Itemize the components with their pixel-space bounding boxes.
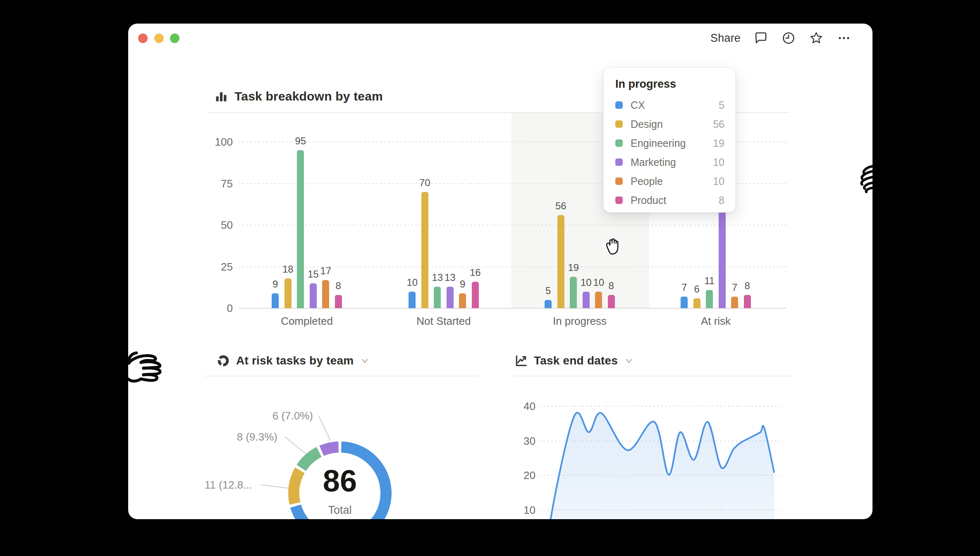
traffic-light-minimize[interactable] <box>154 34 164 43</box>
legend-swatch <box>615 120 623 128</box>
legend-swatch <box>615 197 623 204</box>
bar-value-label: 16 <box>470 267 481 278</box>
bar-design-completed[interactable] <box>284 278 292 308</box>
bar-value-label: 9 <box>272 278 278 290</box>
bar-design-not-started[interactable] <box>421 192 428 308</box>
y-tick-label: 0 <box>200 302 233 315</box>
line-chart-icon <box>514 354 528 367</box>
legend-swatch <box>615 101 623 109</box>
y-tick-label: 40 <box>502 400 535 413</box>
bar-product-completed[interactable] <box>335 295 342 308</box>
donut-total-label: Total <box>328 504 351 517</box>
tooltip-team-label: People <box>631 175 713 187</box>
bar-marketing-at-risk[interactable] <box>719 202 726 308</box>
bar-value-label: 8 <box>336 280 341 292</box>
bar-value-label: 7 <box>681 282 687 293</box>
tooltip-team-value: 10 <box>713 156 724 168</box>
bar-marketing-in-progress[interactable] <box>583 292 590 308</box>
y-tick-label: 20 <box>502 469 535 482</box>
bar-people-completed[interactable] <box>322 280 329 308</box>
tooltip-row: Engineering 19 <box>614 134 724 153</box>
chart-title-text: Task breakdown by team <box>234 89 383 103</box>
bar-cx-not-started[interactable] <box>409 292 416 308</box>
tooltip-team-label: Marketing <box>631 156 713 168</box>
bar-value-label: 13 <box>432 272 443 283</box>
bar-people-at-risk[interactable] <box>731 297 738 308</box>
tooltip-team-value: 19 <box>713 137 724 149</box>
chevron-down-icon[interactable] <box>624 356 634 366</box>
tooltip-row: Design 56 <box>614 115 724 134</box>
topbar-actions: Share <box>710 28 851 48</box>
bar-engineering-not-started[interactable] <box>434 287 441 308</box>
bar-cx-at-risk[interactable] <box>681 297 688 308</box>
y-tick-label: 25 <box>200 260 233 273</box>
bar-engineering-completed[interactable] <box>297 150 304 308</box>
bar-design-in-progress[interactable] <box>557 215 564 308</box>
more-icon[interactable] <box>837 31 851 46</box>
chart-title-task-breakdown[interactable]: Task breakdown by team <box>214 86 383 106</box>
bar-engineering-at-risk[interactable] <box>706 290 713 308</box>
share-button[interactable]: Share <box>710 32 741 45</box>
tooltip-row: Marketing 10 <box>614 153 724 172</box>
tooltip-team-label: CX <box>631 99 719 111</box>
star-icon[interactable] <box>809 31 824 46</box>
y-tick-label: 30 <box>502 434 535 447</box>
traffic-light-close[interactable] <box>138 34 148 43</box>
y-tick-label: 50 <box>200 219 233 232</box>
bar-value-label: 11 <box>704 275 715 287</box>
desktop-background: Share Task breakdo <box>0 0 980 556</box>
bar-value-label: 8 <box>609 280 614 292</box>
legend-swatch <box>615 177 623 185</box>
tooltip-row: CX 5 <box>614 96 724 115</box>
y-tick-label: 10 <box>502 504 535 517</box>
bar-marketing-not-started[interactable] <box>447 287 454 308</box>
divider <box>514 376 793 376</box>
bar-product-at-risk[interactable] <box>744 295 751 308</box>
bar-value-label: 10 <box>581 277 592 288</box>
bar-value-label: 7 <box>732 282 737 293</box>
tooltip-row: People 10 <box>614 172 724 191</box>
tooltip-team-value: 10 <box>713 175 724 187</box>
clock-icon[interactable] <box>781 31 796 46</box>
bar-marketing-completed[interactable] <box>310 283 317 308</box>
chart-title-end-dates[interactable]: Task end dates <box>514 351 634 370</box>
bar-people-in-progress[interactable] <box>595 292 602 308</box>
y-tick-label: 75 <box>200 177 233 190</box>
bar-design-at-risk[interactable] <box>693 298 700 308</box>
tooltip-team-label: Product <box>631 194 719 206</box>
bar-cx-completed[interactable] <box>272 293 279 308</box>
bar-value-label: 9 <box>460 278 465 290</box>
area-chart-plot[interactable] <box>538 388 790 519</box>
bar-value-label: 70 <box>419 177 430 189</box>
bar-cx-in-progress[interactable] <box>545 300 552 308</box>
gridline <box>239 225 786 225</box>
tooltip-row: Product 8 <box>614 191 724 210</box>
bar-value-label: 6 <box>694 283 700 295</box>
bar-people-not-started[interactable] <box>459 293 466 308</box>
x-category-label: At risk <box>701 315 731 328</box>
bar-engineering-in-progress[interactable] <box>570 277 577 308</box>
tooltip-title: In progress <box>615 78 724 91</box>
app-window: Share Task breakdo <box>128 24 872 519</box>
chevron-down-icon[interactable] <box>360 356 370 366</box>
traffic-light-zoom[interactable] <box>170 34 179 43</box>
hand-doodle-left <box>128 350 170 392</box>
chart-title-text: Task end dates <box>534 354 618 367</box>
chart-title-at-risk[interactable]: At risk tasks by team <box>217 351 370 370</box>
bar-value-label: 17 <box>320 265 331 277</box>
bar-product-in-progress[interactable] <box>608 295 615 308</box>
bar-product-not-started[interactable] <box>472 282 479 308</box>
legend-swatch <box>615 158 623 166</box>
area-fill <box>545 412 774 519</box>
hand-cursor <box>604 237 623 259</box>
divider <box>204 376 478 376</box>
legend-swatch <box>615 139 623 147</box>
y-tick-label: 100 <box>200 136 233 149</box>
bar-value-label: 18 <box>282 264 294 275</box>
tooltip-team-value: 8 <box>719 194 724 206</box>
chart-title-text: At risk tasks by team <box>236 354 354 367</box>
tooltip-team-label: Engineering <box>631 137 713 149</box>
comment-icon[interactable] <box>753 31 768 46</box>
x-category-label: Completed <box>281 315 333 328</box>
x-axis-line <box>239 308 786 309</box>
